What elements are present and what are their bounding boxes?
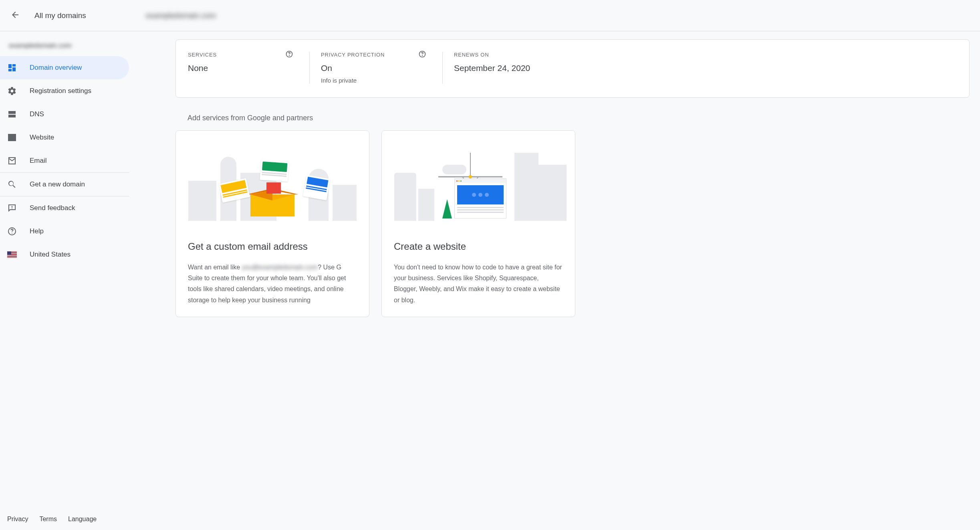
feedback-icon bbox=[7, 203, 17, 213]
svg-rect-14 bbox=[266, 182, 281, 194]
svg-point-7 bbox=[289, 55, 290, 56]
status-subtext: Info is private bbox=[321, 77, 426, 84]
sidebar-domain-name: exampledomain.com bbox=[0, 37, 129, 56]
service-cards: Get a custom email address Want an email… bbox=[175, 130, 970, 317]
main-content: SERVICES None PRIVACY PROTECTION On Info… bbox=[129, 31, 980, 530]
arrow-left-icon bbox=[10, 10, 20, 21]
gear-icon bbox=[7, 86, 17, 96]
status-value: On bbox=[321, 63, 426, 73]
sidebar-item-get-new-domain[interactable]: Get a new domain bbox=[0, 173, 129, 196]
sidebar-item-website[interactable]: Website bbox=[0, 126, 129, 149]
footer-terms[interactable]: Terms bbox=[39, 516, 57, 523]
topbar: All my domains exampledomain.com bbox=[0, 0, 980, 31]
status-label: RENEWS ON bbox=[454, 52, 530, 58]
email-icon bbox=[7, 156, 17, 166]
sidebar-item-country[interactable]: United States bbox=[0, 243, 129, 266]
card-title: Create a website bbox=[394, 241, 563, 252]
card-text-email-blur: you@exampledomain.com bbox=[242, 264, 318, 271]
svg-point-9 bbox=[422, 55, 423, 56]
back-button[interactable] bbox=[7, 8, 23, 24]
sidebar-item-email[interactable]: Email bbox=[0, 149, 129, 172]
sidebar-item-registration-settings[interactable]: Registration settings bbox=[0, 79, 129, 103]
status-services: SERVICES None bbox=[188, 52, 310, 84]
sidebar-item-label: United States bbox=[30, 251, 71, 259]
sidebar: exampledomain.com Domain overview Regist… bbox=[0, 31, 129, 530]
svg-point-5 bbox=[12, 233, 12, 234]
svg-point-17 bbox=[469, 175, 472, 178]
status-renews: RENEWS ON September 24, 2020 bbox=[454, 52, 546, 84]
topbar-left: All my domains bbox=[0, 0, 129, 31]
sidebar-item-label: DNS bbox=[30, 110, 44, 118]
email-illustration bbox=[176, 131, 369, 221]
help-icon bbox=[7, 227, 17, 236]
footer-privacy[interactable]: Privacy bbox=[7, 516, 28, 523]
footer-links: Privacy Terms Language bbox=[0, 506, 129, 530]
status-label: PRIVACY PROTECTION bbox=[321, 52, 426, 58]
card-text: You don't need to know how to code to ha… bbox=[394, 262, 563, 305]
sidebar-item-label: Domain overview bbox=[30, 64, 82, 72]
all-domains-link[interactable]: All my domains bbox=[34, 11, 86, 20]
help-circle-icon[interactable] bbox=[418, 50, 426, 58]
service-card-website[interactable]: Create a website You don't need to know … bbox=[381, 130, 575, 317]
status-label: SERVICES bbox=[188, 52, 293, 58]
search-icon bbox=[7, 180, 17, 189]
status-value: None bbox=[188, 63, 293, 73]
sidebar-item-label: Send feedback bbox=[30, 204, 75, 212]
sidebar-item-domain-overview[interactable]: Domain overview bbox=[0, 56, 129, 79]
sidebar-item-label: Help bbox=[30, 227, 44, 235]
help-circle-icon[interactable] bbox=[285, 50, 293, 58]
dashboard-icon bbox=[7, 63, 17, 73]
sidebar-item-label: Registration settings bbox=[30, 87, 91, 95]
svg-point-3 bbox=[12, 208, 12, 209]
card-title: Get a custom email address bbox=[188, 241, 357, 252]
us-flag-icon bbox=[7, 250, 17, 259]
sidebar-item-dns[interactable]: DNS bbox=[0, 103, 129, 126]
sidebar-item-label: Email bbox=[30, 157, 47, 165]
status-privacy: PRIVACY PROTECTION On Info is private bbox=[321, 52, 443, 84]
card-text-pre: Want an email like bbox=[188, 264, 242, 271]
sidebar-item-send-feedback[interactable]: Send feedback bbox=[0, 196, 129, 220]
footer-language[interactable]: Language bbox=[68, 516, 97, 523]
service-card-email[interactable]: Get a custom email address Want an email… bbox=[175, 130, 369, 317]
sidebar-item-label: Website bbox=[30, 134, 54, 142]
sidebar-item-help[interactable]: Help bbox=[0, 220, 129, 243]
sidebar-item-label: Get a new domain bbox=[30, 180, 85, 188]
topbar-domain-name: exampledomain.com bbox=[129, 11, 216, 20]
card-text: Want an email like you@exampledomain.com… bbox=[188, 262, 357, 305]
section-title: Add services from Google and partners bbox=[188, 114, 970, 122]
website-icon bbox=[7, 133, 17, 142]
dns-icon bbox=[7, 109, 17, 119]
status-card: SERVICES None PRIVACY PROTECTION On Info… bbox=[175, 39, 970, 98]
website-illustration bbox=[382, 131, 575, 221]
status-value: September 24, 2020 bbox=[454, 63, 530, 73]
